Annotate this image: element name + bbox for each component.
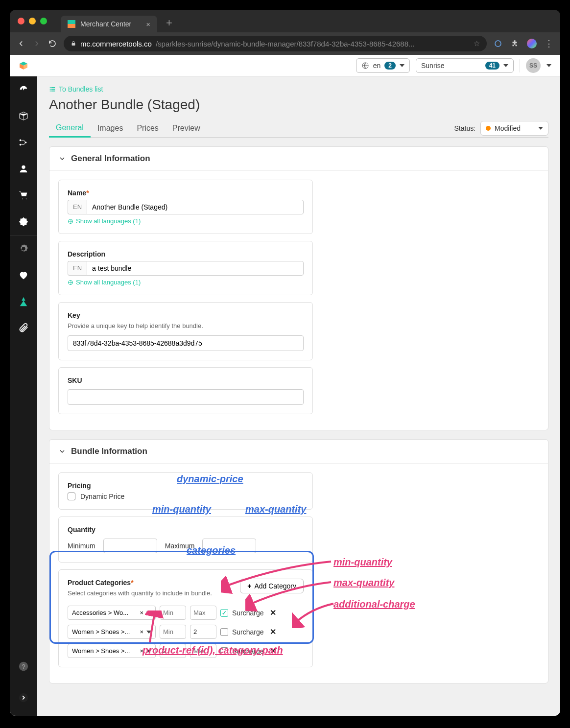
status-dot-icon (486, 126, 491, 131)
chevron-down-icon (503, 64, 508, 67)
app-logo[interactable] (10, 55, 37, 76)
forward-icon[interactable] (32, 39, 41, 48)
dynamic-price-label: Dynamic Price (80, 493, 124, 500)
sidebar-item-discounts[interactable] (10, 209, 37, 235)
svg-point-7 (20, 140, 22, 141)
language-switcher[interactable]: en 2 (356, 58, 410, 73)
surcharge-checkbox[interactable] (220, 609, 228, 617)
row-max-input[interactable] (190, 606, 216, 620)
svg-point-3 (495, 41, 501, 47)
status-value: Modified (495, 124, 521, 132)
topbar: en 2 Sunrise 41 SS (37, 55, 560, 76)
sidebar-item-orders[interactable] (10, 182, 37, 209)
tab-images[interactable]: Images (91, 120, 130, 137)
category-select[interactable]: Women > Shoes >...× (68, 625, 156, 639)
svg-rect-17 (50, 89, 51, 90)
row-min-input[interactable] (160, 625, 186, 639)
card-name: Name* EN Show all languages (1) (58, 180, 313, 234)
new-tab-button[interactable]: + (166, 17, 172, 29)
extension-icon[interactable] (494, 39, 502, 48)
breadcrumb-back[interactable]: To Bundles list (49, 85, 548, 93)
extensions-icon[interactable] (510, 39, 519, 48)
sidebar-item-expand[interactable] (10, 684, 37, 711)
profile-avatar-icon[interactable] (527, 39, 537, 48)
row-min-input[interactable] (160, 606, 186, 620)
browser-tab[interactable]: Merchant Center × (61, 16, 157, 32)
project-switcher[interactable]: Sunrise 41 (416, 58, 514, 73)
description-input[interactable] (87, 261, 304, 276)
panel-general-info-header[interactable]: General Information (49, 147, 548, 171)
show-languages-link[interactable]: Show all languages (1) (68, 279, 304, 286)
project-name: Sunrise (421, 62, 444, 70)
surcharge-checkbox[interactable] (220, 647, 228, 655)
chevron-down-icon (146, 611, 151, 614)
svg-rect-16 (51, 87, 55, 88)
max-quantity-input[interactable] (202, 539, 256, 553)
panel-bundle-info-header[interactable]: Bundle Information (49, 440, 548, 464)
menu-icon[interactable]: ⋮ (545, 38, 553, 49)
category-select[interactable]: Women > Shoes >...× (68, 644, 156, 658)
sidebar-item-bundles[interactable] (10, 288, 37, 315)
dynamic-price-checkbox[interactable] (68, 493, 75, 500)
min-label: Minimum (68, 542, 95, 550)
sidebar-item-settings[interactable] (10, 235, 37, 262)
tab-general[interactable]: General (49, 119, 91, 138)
min-quantity-input[interactable] (103, 539, 157, 553)
surcharge-checkbox[interactable] (220, 628, 228, 636)
category-select[interactable]: Accessories > Wo...× (68, 606, 156, 620)
clear-icon[interactable]: × (140, 609, 143, 616)
sidebar-item-categories[interactable] (10, 129, 37, 156)
sidebar-item-dashboard[interactable] (10, 76, 37, 103)
svg-text:?: ? (22, 663, 25, 670)
show-languages-link[interactable]: Show all languages (1) (68, 217, 304, 225)
card-description: Description EN Show all languages (1) (58, 241, 313, 295)
tab-prices[interactable]: Prices (130, 120, 165, 137)
sidebar-item-customers[interactable] (10, 156, 37, 182)
panel-bundle-info: Bundle Information Pricing Dynamic Price (49, 439, 548, 683)
clear-icon[interactable]: × (140, 628, 143, 635)
chevron-down-icon[interactable] (546, 64, 551, 67)
card-quantity: Quantity Minimum Maximum (58, 517, 313, 563)
reload-icon[interactable] (48, 39, 57, 48)
status-select[interactable]: Modified (480, 121, 548, 136)
star-icon[interactable]: ☆ (474, 39, 480, 48)
breadcrumb-label: To Bundles list (59, 85, 103, 93)
row-max-input[interactable] (190, 625, 216, 639)
close-tab-icon[interactable]: × (146, 20, 150, 28)
language-label: en (373, 62, 381, 70)
sidebar-item-attachments[interactable] (10, 315, 37, 341)
tab-title: Merchant Center (80, 20, 131, 28)
tab-preview[interactable]: Preview (166, 120, 207, 137)
svg-rect-20 (51, 91, 55, 92)
category-row: Women > Shoes >...× Surcharge ✕ (68, 644, 304, 658)
remove-row-icon[interactable]: ✕ (268, 627, 278, 636)
url-field[interactable]: mc.commercetools.co /sparkles-sunrise/dy… (64, 36, 487, 51)
user-avatar[interactable]: SS (526, 58, 541, 73)
project-badge: 41 (485, 62, 499, 70)
add-category-button[interactable]: + Add Category (240, 579, 304, 593)
sku-label: SKU (68, 376, 304, 384)
category-row: Women > Shoes >...× Surcharge ✕ (68, 625, 304, 639)
key-input[interactable] (68, 335, 304, 351)
remove-row-icon[interactable]: ✕ (268, 646, 278, 656)
category-row: Accessories > Wo...× Surcharge ✕ (68, 606, 304, 620)
close-window-icon[interactable] (18, 18, 24, 24)
sidebar-item-products[interactable] (10, 103, 37, 129)
row-max-input[interactable] (190, 644, 216, 658)
quantity-label: Quantity (68, 526, 304, 534)
name-input[interactable] (87, 200, 304, 214)
sku-input[interactable] (68, 389, 304, 405)
remove-row-icon[interactable]: ✕ (268, 608, 278, 617)
sidebar-item-favorites[interactable] (10, 262, 37, 288)
minimize-window-icon[interactable] (29, 18, 36, 24)
row-min-input[interactable] (160, 644, 186, 658)
card-pricing: Pricing Dynamic Price (58, 472, 313, 510)
panel-general-info: General Information Name* EN (49, 146, 548, 430)
svg-rect-1 (68, 24, 75, 28)
sidebar-item-help[interactable]: ? (10, 653, 37, 680)
maximize-window-icon[interactable] (40, 18, 47, 24)
chevron-down-icon (58, 155, 66, 163)
clear-icon[interactable]: × (140, 647, 143, 655)
globe-icon (68, 280, 73, 285)
back-icon[interactable] (17, 39, 25, 48)
